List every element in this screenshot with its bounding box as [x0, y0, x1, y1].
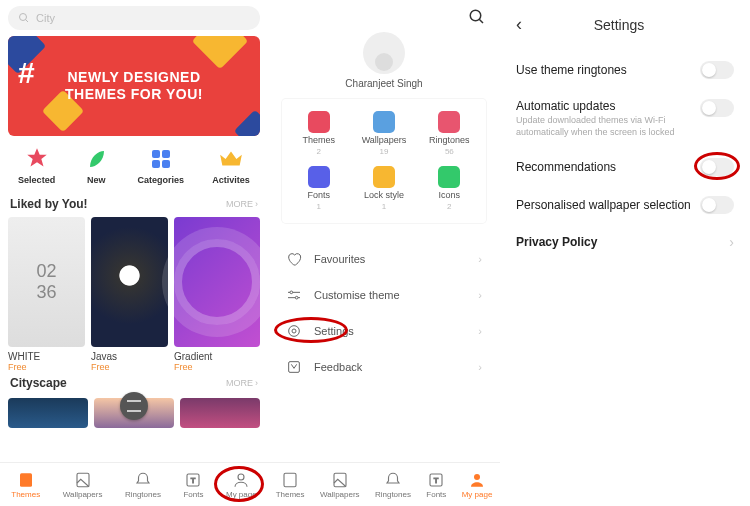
avatar[interactable] — [363, 32, 405, 74]
themes-icon — [281, 471, 299, 489]
stat-themes[interactable]: Themes2 — [286, 111, 351, 156]
svg-text:T: T — [434, 476, 439, 485]
wallpapers-icon — [331, 471, 349, 489]
gear-icon — [286, 323, 302, 339]
svg-point-16 — [295, 296, 298, 299]
svg-point-0 — [20, 14, 27, 21]
page-title: Settings — [504, 17, 734, 33]
stat-wallpapers[interactable]: Wallpapers19 — [351, 111, 416, 156]
quick-categories: Selected New Categories Activites — [0, 142, 268, 193]
nav-wallpapers[interactable]: Wallpapers — [320, 471, 360, 499]
chevron-right-icon: › — [729, 234, 734, 250]
quick-activities[interactable]: Activites — [212, 146, 250, 185]
person-icon — [232, 471, 250, 489]
svg-rect-4 — [152, 160, 160, 168]
menu-favourites[interactable]: Favourites› — [268, 241, 500, 277]
svg-rect-20 — [284, 473, 296, 487]
theme-row: 0236 WHITE Free Javas Free Gradient Free — [0, 217, 268, 372]
svg-rect-2 — [152, 150, 160, 158]
stat-ringtones[interactable]: Ringtones56 — [417, 111, 482, 156]
more-button[interactable]: MORE› — [226, 199, 258, 209]
hero-text: Newly Designed Themes For You! — [65, 69, 203, 103]
quick-selected[interactable]: Selected — [18, 146, 55, 185]
theme-card[interactable]: 0236 WHITE Free — [8, 217, 85, 372]
themes-app-mypage: Charanjeet Singh Themes2 Wallpapers19 Ri… — [268, 0, 500, 506]
svg-rect-3 — [162, 150, 170, 158]
search-icon[interactable] — [468, 8, 486, 26]
nav-fonts[interactable]: TFonts — [426, 471, 446, 499]
nav-my-page[interactable]: My page — [226, 471, 257, 499]
svg-point-10 — [238, 474, 244, 480]
theme-card[interactable]: Gradient Free — [174, 217, 260, 372]
setting-use-theme-ringtones[interactable]: Use theme ringtones — [516, 51, 734, 89]
themes-app-home: City # Newly Designed Themes For You! Se… — [0, 0, 268, 506]
grid-icon — [148, 146, 174, 172]
stats-grid: Themes2 Wallpapers19 Ringtones56 Fonts1 … — [282, 99, 486, 223]
icons-icon — [438, 166, 460, 188]
theme-thumbnail[interactable] — [8, 398, 88, 428]
stat-icons[interactable]: Icons2 — [417, 166, 482, 211]
nav-wallpapers[interactable]: Wallpapers — [63, 471, 103, 499]
svg-rect-19 — [289, 362, 300, 373]
theme-thumbnail — [174, 217, 260, 347]
themes-icon — [17, 471, 35, 489]
ringtones-icon — [134, 471, 152, 489]
setting-recommendations[interactable]: Recommendations — [516, 148, 734, 186]
search-icon — [18, 12, 30, 24]
nav-fonts[interactable]: TFonts — [183, 471, 203, 499]
fonts-icon — [308, 166, 330, 188]
lock-icon — [373, 166, 395, 188]
stat-lockstyle[interactable]: Lock style1 — [351, 166, 416, 211]
stat-fonts[interactable]: Fonts1 — [286, 166, 351, 211]
toggle-switch[interactable] — [700, 99, 734, 117]
svg-point-18 — [292, 329, 296, 333]
quick-new[interactable]: New — [83, 146, 109, 185]
menu-feedback[interactable]: Feedback› — [268, 349, 500, 385]
wallpapers-icon — [74, 471, 92, 489]
menu-settings[interactable]: Settings› — [268, 313, 500, 349]
svg-point-15 — [290, 291, 293, 294]
setting-privacy-policy[interactable]: Privacy Policy › — [516, 224, 734, 260]
toggle-switch[interactable] — [700, 196, 734, 214]
menu-customise[interactable]: Customise theme› — [268, 277, 500, 313]
toggle-switch[interactable] — [700, 61, 734, 79]
themes-icon — [308, 111, 330, 133]
theme-card[interactable]: Javas Free — [91, 217, 168, 372]
heart-icon — [286, 251, 302, 267]
theme-thumbnail — [91, 217, 168, 347]
section-title: Cityscape — [10, 376, 67, 390]
nav-ringtones[interactable]: Ringtones — [375, 471, 411, 499]
bottom-nav: Themes Wallpapers Ringtones TFonts My pa… — [0, 462, 268, 506]
svg-point-17 — [289, 326, 300, 337]
theme-thumbnail[interactable] — [180, 398, 260, 428]
setting-automatic-updates[interactable]: Automatic updates Update downloaded them… — [516, 89, 734, 148]
scroll-hint-icon[interactable] — [120, 392, 148, 420]
wallpapers-icon — [373, 111, 395, 133]
sliders-icon — [286, 287, 302, 303]
setting-personalised-wallpaper[interactable]: Personalised wallpaper selection — [516, 186, 734, 224]
section-liked-header: Liked by You! MORE› — [0, 193, 268, 217]
search-bar[interactable]: City — [8, 6, 260, 30]
fonts-icon: T — [184, 471, 202, 489]
nav-my-page[interactable]: My page — [462, 471, 493, 499]
star-icon — [24, 146, 50, 172]
svg-rect-5 — [162, 160, 170, 168]
svg-point-11 — [470, 10, 481, 21]
nav-ringtones[interactable]: Ringtones — [125, 471, 161, 499]
username: Charanjeet Singh — [268, 78, 500, 89]
themes-settings-screen: ‹ Settings Use theme ringtones Automatic… — [500, 0, 750, 506]
quick-categories-btn[interactable]: Categories — [138, 146, 185, 185]
hero-banner[interactable]: # Newly Designed Themes For You! — [8, 36, 260, 136]
nav-themes[interactable]: Themes — [11, 471, 40, 499]
toggle-switch[interactable] — [700, 158, 734, 176]
theme-thumbnail: 0236 — [8, 217, 85, 347]
nav-themes[interactable]: Themes — [276, 471, 305, 499]
chevron-right-icon: › — [478, 361, 482, 373]
chevron-right-icon: › — [478, 289, 482, 301]
fonts-icon: T — [427, 471, 445, 489]
more-button[interactable]: MORE› — [226, 378, 258, 388]
svg-text:T: T — [191, 476, 196, 485]
svg-line-1 — [26, 20, 29, 23]
chevron-right-icon: › — [255, 378, 258, 388]
person-icon — [468, 471, 486, 489]
